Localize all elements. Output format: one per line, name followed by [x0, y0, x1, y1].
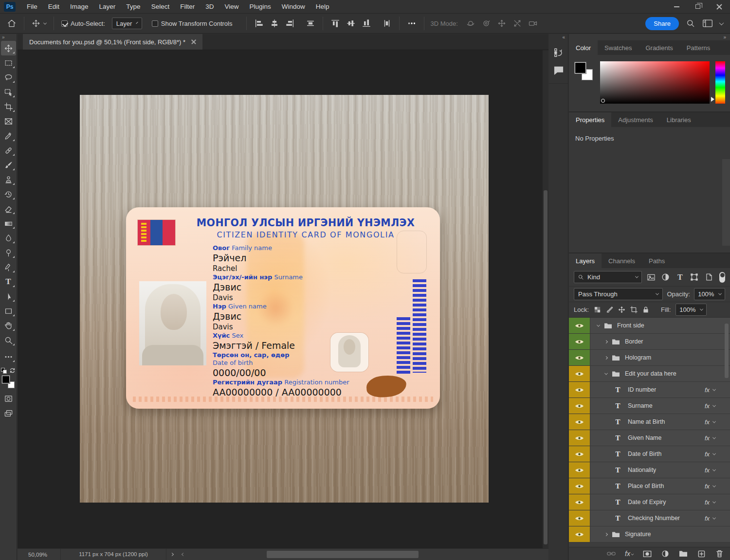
blur-tool[interactable]	[1, 231, 16, 245]
new-layer-button[interactable]	[696, 549, 706, 559]
filtering-toggle[interactable]	[719, 272, 725, 283]
rectangle-tool[interactable]	[1, 304, 16, 318]
menu-type[interactable]: Type	[121, 0, 146, 14]
lock-paint-button[interactable]	[606, 306, 613, 313]
foreground-background-colors[interactable]	[1, 375, 16, 389]
chevron-down-icon[interactable]	[712, 435, 716, 439]
workspace-switcher-button[interactable]	[702, 19, 713, 28]
tab-layers[interactable]: Layers	[569, 253, 602, 268]
menu-filter[interactable]: Filter	[175, 0, 200, 14]
toolbar-collapse-icon[interactable]: »	[0, 34, 7, 41]
scroll-left-arrow[interactable]	[178, 553, 189, 556]
menu-window[interactable]: Window	[276, 0, 310, 14]
rectangular-marquee-tool[interactable]	[1, 55, 16, 70]
more-options-button[interactable]	[404, 16, 420, 31]
chevron-down-icon[interactable]	[712, 484, 716, 487]
3d-dolly-button[interactable]	[525, 16, 541, 31]
chevron-down-icon[interactable]	[712, 419, 716, 423]
chevron-down-icon[interactable]	[712, 387, 716, 391]
object-selection-tool[interactable]	[1, 85, 16, 99]
zoom-tool[interactable]	[1, 333, 16, 347]
3d-roll-button[interactable]	[478, 16, 494, 31]
chevron-down-icon[interactable]	[712, 468, 716, 471]
saturation-brightness-field[interactable]	[600, 61, 710, 104]
filter-adjustment-layers-button[interactable]	[660, 272, 671, 283]
dodge-tool[interactable]	[1, 245, 16, 260]
visibility-eye-icon[interactable]	[569, 318, 590, 333]
edit-toolbar-button[interactable]	[1, 349, 16, 364]
visibility-eye-icon[interactable]	[569, 430, 590, 446]
3d-orbit-button[interactable]	[463, 16, 478, 31]
visibility-eye-icon[interactable]	[569, 414, 590, 430]
expand-group-chevron[interactable]	[602, 357, 610, 359]
default-colors-icon[interactable]	[1, 368, 6, 373]
layer-effects-badge[interactable]: fx	[705, 483, 710, 490]
visibility-eye-icon[interactable]	[569, 334, 590, 349]
eyedropper-tool[interactable]	[1, 128, 16, 143]
lock-transparency-button[interactable]	[594, 306, 601, 313]
layer-effects-badge[interactable]: fx	[705, 451, 710, 458]
auto-select-checkbox[interactable]: Auto-Select:	[58, 16, 108, 31]
layer-row-front-side[interactable]: Front side	[569, 318, 730, 334]
layer-row-place-of-birth[interactable]: TPlace of Birthfx	[569, 478, 730, 494]
expand-panels-icon[interactable]: »	[569, 34, 730, 40]
hue-slider[interactable]	[715, 61, 725, 104]
frame-tool[interactable]	[1, 114, 16, 128]
swap-colors-icon[interactable]	[9, 367, 16, 374]
lock-position-button[interactable]	[618, 306, 625, 313]
vertical-scrollbar-thumb[interactable]	[544, 190, 548, 544]
canvas-area[interactable]: МОНГОЛ УЛСЫН ИРГЭНИЙ ҮНЭМЛЭХ CITIZEN IDE…	[18, 50, 548, 548]
visibility-eye-icon[interactable]	[569, 478, 590, 494]
quick-mask-button[interactable]	[1, 391, 16, 406]
visibility-eye-icon[interactable]	[569, 350, 590, 365]
layers-scrollbar[interactable]	[724, 319, 730, 546]
visibility-eye-icon[interactable]	[569, 382, 590, 397]
menu-select[interactable]: Select	[146, 0, 175, 14]
menu-view[interactable]: View	[219, 0, 244, 14]
chevron-down-icon[interactable]	[712, 452, 716, 455]
layer-row-edit-your-data-here[interactable]: Edit your data here	[569, 366, 730, 382]
filter-smart-objects-button[interactable]	[704, 272, 714, 283]
search-button[interactable]	[686, 18, 695, 28]
layer-effects-badge[interactable]: fx	[705, 386, 710, 394]
visibility-eye-icon[interactable]	[569, 398, 590, 414]
expand-group-chevron[interactable]	[602, 533, 610, 536]
visibility-eye-icon[interactable]	[569, 446, 590, 462]
filter-shape-layers-button[interactable]	[690, 272, 700, 283]
align-right-button[interactable]	[282, 16, 298, 31]
move-tool[interactable]	[1, 41, 16, 55]
close-tab-icon[interactable]	[191, 39, 196, 44]
layer-row-name-at-birth[interactable]: TName at Birthfx	[569, 414, 730, 430]
tab-channels[interactable]: Channels	[602, 253, 642, 268]
show-transform-checkbox[interactable]: Show Transform Controls	[149, 16, 236, 31]
tab-adjustments[interactable]: Adjustments	[611, 112, 660, 127]
pen-tool[interactable]	[1, 260, 16, 274]
visibility-eye-icon[interactable]	[569, 526, 590, 542]
filter-type-layers-button[interactable]: T	[675, 272, 685, 283]
lock-artboard-button[interactable]	[630, 306, 638, 313]
filter-pixel-layers-button[interactable]	[646, 272, 657, 283]
tab-color[interactable]: Color	[569, 40, 598, 55]
visibility-eye-icon[interactable]	[569, 494, 590, 510]
layer-effects-badge[interactable]: fx	[705, 402, 710, 410]
align-bottom-button[interactable]	[359, 16, 374, 31]
tab-swatches[interactable]: Swatches	[598, 40, 639, 55]
3d-slide-button[interactable]	[510, 16, 525, 31]
history-panel-button[interactable]	[553, 47, 564, 58]
chevron-down-icon[interactable]	[719, 20, 724, 25]
layer-row-id-number[interactable]: TID numberfx	[569, 382, 730, 398]
layer-effects-badge[interactable]: fx	[705, 434, 710, 442]
foreground-color-swatch[interactable]	[2, 376, 10, 383]
minimize-button[interactable]	[666, 0, 687, 14]
document-tab[interactable]: Documents for you.psd @ 50,1% (Front sid…	[23, 34, 202, 50]
tab-gradients[interactable]: Gradients	[639, 40, 679, 55]
layer-row-date-of-expiry[interactable]: TDate of Expiryfx	[569, 494, 730, 510]
type-tool[interactable]: T	[1, 274, 16, 289]
visibility-eye-icon[interactable]	[569, 510, 590, 526]
chevron-down-icon[interactable]	[712, 500, 716, 503]
hue-gradient-bar[interactable]	[715, 61, 725, 104]
layer-row-surname[interactable]: TSurnamefx	[569, 398, 730, 414]
align-center-horizontal-button[interactable]	[267, 16, 282, 31]
align-left-button[interactable]	[251, 16, 267, 31]
layer-row-date-of-birth[interactable]: TDate of Birthfx	[569, 446, 730, 462]
